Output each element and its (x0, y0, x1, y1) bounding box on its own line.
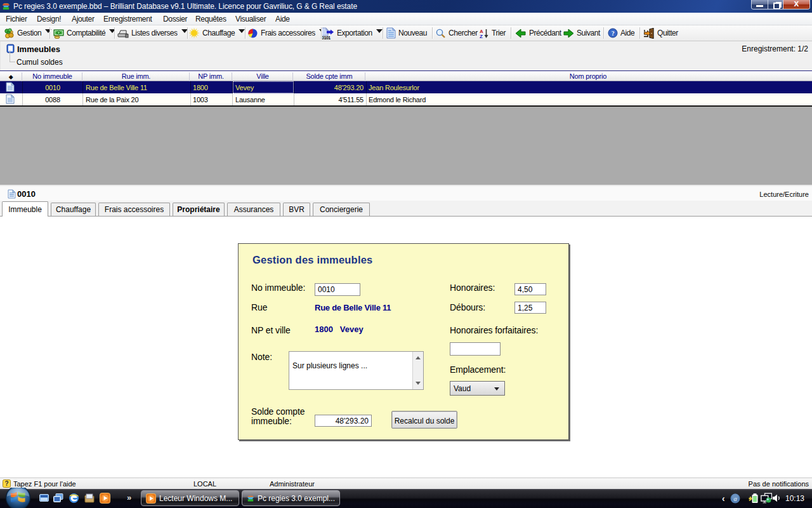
svg-text:0101: 0101 (322, 35, 331, 39)
svg-text:Z: Z (480, 34, 483, 39)
svg-text:?: ? (612, 30, 615, 37)
svg-text:?: ? (4, 480, 8, 487)
svg-text:a: a (733, 495, 737, 502)
